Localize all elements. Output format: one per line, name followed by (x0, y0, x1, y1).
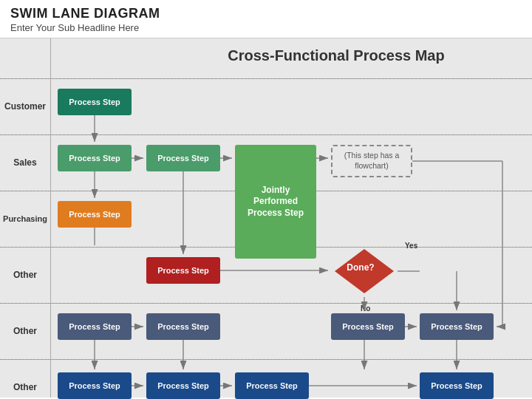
lane-divider-1 (0, 134, 532, 135)
diagram-title: Cross-Functional Process Map (148, 47, 525, 64)
process-step-other2-4[interactable]: Process Step (420, 313, 494, 340)
lane-other3: Other (0, 359, 50, 399)
process-step-other3-1[interactable]: Process Step (58, 372, 132, 399)
main-title: SWIM LANE DIAGRAM (10, 6, 522, 21)
process-step-other2-1[interactable]: Process Step (58, 313, 132, 340)
lane-other1: Other (0, 247, 50, 303)
lane-left-divider (50, 38, 51, 398)
process-step-other3-2[interactable]: Process Step (146, 372, 220, 399)
process-step-other2-3[interactable]: Process Step (331, 313, 405, 340)
process-step-other3-4[interactable]: Process Step (420, 372, 494, 399)
jointly-performed-step[interactable]: Jointly Performed Process Step (235, 145, 316, 259)
lane-sales: Sales (0, 134, 50, 191)
done-label: Done? (331, 245, 390, 290)
done-diamond[interactable]: Done? (331, 245, 398, 297)
diagram-area: Customer Sales Purchasing Other Other Ot… (0, 38, 532, 398)
process-step-customer[interactable]: Process Step (58, 89, 132, 115)
process-step-purchasing[interactable]: Process Step (58, 201, 132, 228)
yes-label: Yes (405, 242, 417, 250)
subtitle: Enter Your Sub Headline Here (10, 22, 522, 33)
lane-other2: Other (0, 303, 50, 359)
lane-divider-5 (0, 359, 532, 360)
process-step-other2-2[interactable]: Process Step (146, 313, 220, 340)
lane-customer: Customer (0, 78, 50, 134)
lane-divider-4 (0, 303, 532, 304)
process-step-other3-3[interactable]: Process Step (235, 372, 309, 399)
flowchart-step[interactable]: (This step has a flowchart) (331, 145, 412, 177)
lane-divider-0 (0, 78, 532, 79)
no-label: No (361, 304, 370, 313)
header: SWIM LANE DIAGRAM Enter Your Sub Headlin… (0, 0, 532, 38)
process-step-sales-2[interactable]: Process Step (146, 145, 220, 171)
process-step-other1[interactable]: Process Step (146, 257, 220, 284)
lane-purchasing: Purchasing (0, 191, 50, 247)
process-step-sales-1[interactable]: Process Step (58, 145, 132, 171)
